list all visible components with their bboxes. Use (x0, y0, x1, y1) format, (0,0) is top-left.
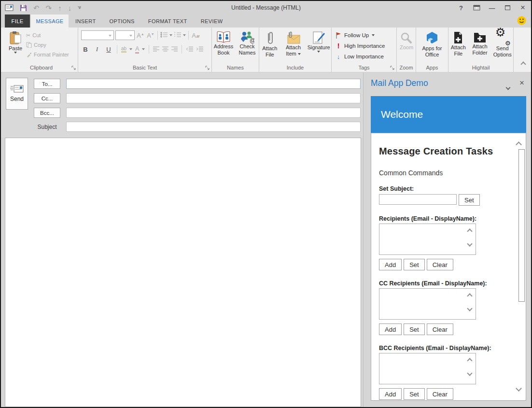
low-importance-icon: ↓ (336, 53, 341, 60)
attach-item-icon (286, 31, 301, 44)
apps-for-office-button[interactable]: Apps for Office (418, 28, 447, 63)
quick-access-toolbar: ↶ ↷ ↑ ↓ (5, 1, 81, 14)
format-painter-button[interactable]: Format Painter (26, 50, 69, 59)
italic-button[interactable]: I (93, 45, 101, 53)
decrease-indent-icon[interactable] (186, 45, 193, 54)
basic-text-dialog-launcher-icon[interactable] (205, 66, 210, 70)
tab-format-text[interactable]: FORMAT TEXT (141, 14, 194, 28)
cc-button[interactable]: Cc... (34, 93, 60, 103)
customize-quick-access-icon[interactable] (78, 6, 81, 9)
bold-button[interactable]: B (81, 46, 90, 53)
move-down-icon[interactable]: ↓ (68, 4, 72, 12)
recipients-clear-button[interactable]: Clear (427, 259, 453, 270)
subject-field[interactable] (66, 122, 361, 132)
welcome-banner: Welcome (371, 96, 526, 133)
align-center-icon[interactable] (162, 45, 168, 54)
bcc-set-button[interactable]: Set (404, 388, 425, 400)
tab-options[interactable]: OPTIONS (103, 14, 141, 28)
bcc-button[interactable]: Bcc... (34, 108, 60, 118)
task-pane-close-icon[interactable]: × (519, 78, 524, 88)
copy-button[interactable]: Copy (26, 40, 69, 50)
follow-up-button[interactable]: Follow Up (336, 30, 396, 41)
zoom-button[interactable]: Zoom (397, 29, 416, 64)
minimize-icon[interactable]: — (487, 3, 497, 13)
address-book-button[interactable]: Address Book (212, 28, 235, 63)
pane-subheading: Common Commands (379, 169, 506, 177)
clear-formatting-icon[interactable]: A (191, 32, 200, 39)
align-left-icon[interactable] (153, 45, 159, 54)
recipients-add-button[interactable]: Add (379, 259, 402, 270)
attach-folder-button[interactable]: Attach Folder (469, 28, 491, 63)
set-subject-input[interactable] (379, 194, 457, 205)
to-field[interactable] (66, 79, 361, 89)
redo-icon[interactable]: ↷ (46, 4, 52, 12)
svg-text:@: @ (250, 37, 254, 43)
title-bar: ↶ ↷ ↑ ↓ Untitled - Message (HTML) ? — × (1, 1, 531, 14)
bcc-clear-button[interactable]: Clear (427, 388, 453, 400)
font-color-icon[interactable]: A (135, 45, 139, 54)
tags-dialog-launcher-icon[interactable] (390, 66, 395, 70)
signature-icon (312, 31, 325, 44)
bcc-field[interactable] (66, 108, 361, 118)
text-highlight-icon[interactable]: ab (121, 46, 126, 53)
cc-clear-button[interactable]: Clear (427, 324, 453, 335)
bullets-icon[interactable] (160, 31, 168, 40)
bcc-add-button[interactable]: Add (379, 388, 402, 400)
align-right-icon[interactable] (171, 45, 178, 54)
maximize-icon[interactable] (502, 3, 513, 13)
cut-icon: ✂ (26, 32, 30, 39)
group-tags: Follow Up ! High Importance ↓ Low Import… (332, 28, 397, 72)
cc-add-button[interactable]: Add (379, 324, 402, 335)
signature-button[interactable]: Signature (306, 28, 331, 63)
tab-review[interactable]: REVIEW (194, 14, 230, 28)
attach-item-button[interactable]: Attach Item (282, 28, 305, 63)
close-icon[interactable]: × (518, 3, 528, 13)
hightail-attach-file-button[interactable]: Attach File (448, 28, 468, 63)
ribbon-tab-row: FILE MESSAGE INSERT OPTIONS FORMAT TEXT … (1, 14, 531, 28)
increase-indent-icon[interactable] (196, 45, 203, 54)
pane-heading: Message Creation Tasks (379, 146, 506, 157)
to-button[interactable]: To... (34, 79, 60, 89)
numbering-icon[interactable] (174, 31, 182, 40)
low-importance-button[interactable]: ↓ Low Importance (336, 51, 396, 62)
group-names: Address Book @ Check Names Names (212, 28, 259, 72)
set-subject-button[interactable]: Set (459, 194, 480, 206)
undo-icon[interactable]: ↶ (33, 4, 40, 12)
pane-scroll-down-icon[interactable] (517, 384, 521, 393)
font-name-select[interactable] (81, 30, 114, 40)
cc-recipients-input[interactable] (379, 288, 476, 320)
group-include: Attach File Attach Item Signature Includ… (259, 28, 332, 72)
ribbon-display-options-icon[interactable] (471, 3, 482, 13)
send-options-button[interactable]: ⚙ ⚙ Send Options (491, 28, 513, 63)
feedback-smiley-icon[interactable] (517, 16, 526, 27)
send-button[interactable]: Send (6, 78, 28, 110)
underline-button[interactable]: U (104, 46, 113, 53)
group-zoom: Zoom Zoom (397, 28, 416, 72)
pane-scrollbar-thumb[interactable] (518, 149, 525, 302)
move-up-icon[interactable]: ↑ (58, 4, 62, 12)
cc-set-button[interactable]: Set (404, 324, 425, 335)
clipboard-dialog-launcher-icon[interactable] (71, 66, 76, 70)
font-size-select[interactable] (115, 30, 135, 40)
save-icon[interactable] (20, 4, 27, 12)
cc-field[interactable] (66, 93, 361, 103)
tab-file[interactable]: FILE (5, 14, 30, 28)
collapse-ribbon-icon[interactable] (521, 59, 525, 68)
recipients-set-button[interactable]: Set (404, 259, 425, 270)
check-names-button[interactable]: @ Check Names (236, 28, 259, 63)
recipients-input[interactable] (379, 224, 476, 255)
message-icon[interactable] (5, 4, 14, 11)
bcc-recipients-input[interactable] (379, 353, 476, 384)
paste-button[interactable]: Paste (5, 28, 26, 63)
help-icon[interactable]: ? (456, 3, 466, 13)
grow-font-icon[interactable]: A▲ (136, 32, 145, 39)
high-importance-button[interactable]: ! High Importance (336, 41, 396, 51)
task-pane-menu-icon[interactable] (506, 83, 510, 91)
tab-message[interactable]: MESSAGE (31, 14, 69, 28)
message-body[interactable] (5, 138, 361, 407)
tab-insert[interactable]: INSERT (69, 14, 103, 28)
shrink-font-icon[interactable]: A▼ (146, 32, 155, 39)
cut-button[interactable]: ✂Cut (26, 30, 69, 40)
attach-file-button[interactable]: Attach File (259, 28, 280, 63)
pane-scroll-up-icon[interactable] (517, 140, 521, 149)
